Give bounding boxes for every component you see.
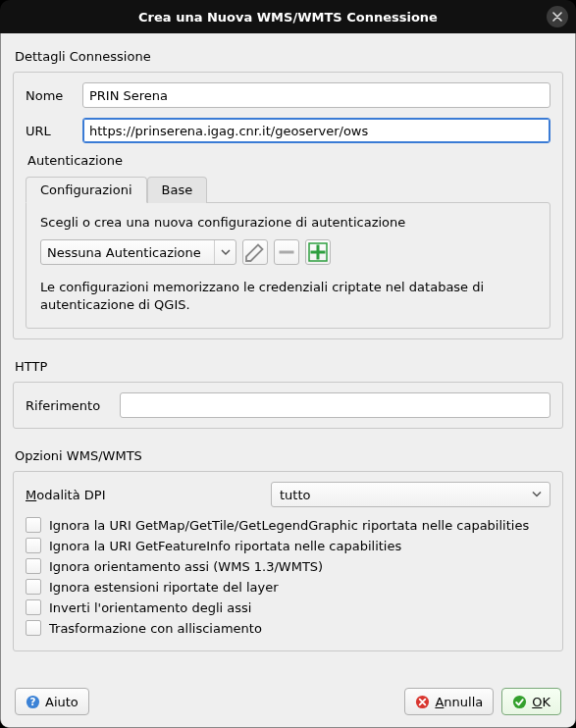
check-label: Inverti l'orientamento degli assi [49, 600, 251, 615]
svg-rect-2 [311, 251, 326, 254]
check-label: Ignora la URI GetMap/GetTile/GetLegendGr… [49, 518, 529, 533]
check-ignore-getmap[interactable] [26, 517, 41, 533]
dpi-select[interactable]: tutto [271, 482, 550, 507]
ok-label: OK [532, 695, 550, 709]
auth-remove-button[interactable] [274, 239, 299, 265]
check-ignore-getfeatureinfo[interactable] [26, 538, 41, 553]
details-title: Dettagli Connessione [15, 49, 561, 64]
wms-title: Opzioni WMS/WMTS [15, 448, 561, 463]
auth-tabbar: Configurazioni Base [26, 177, 550, 203]
name-input[interactable] [82, 82, 550, 108]
cancel-icon [415, 695, 430, 709]
chevron-down-icon [532, 488, 542, 502]
check-invert-axis[interactable] [26, 599, 41, 615]
ref-input[interactable] [120, 392, 550, 418]
wms-group: Modalità DPI tutto Ignora la URI GetMap/… [13, 471, 563, 651]
cancel-label: Annulla [435, 695, 483, 709]
ref-label: Riferimento [26, 398, 120, 413]
auth-title: Autenticazione [27, 153, 549, 168]
http-group: Riferimento [13, 382, 563, 429]
svg-point-7 [513, 695, 526, 707]
auth-add-button[interactable] [305, 239, 331, 265]
plus-icon [306, 240, 330, 264]
auth-combo[interactable]: Nessuna Autenticazione [40, 239, 236, 265]
auth-edit-button[interactable] [242, 239, 268, 265]
auth-note: Le configurazioni memorizzano le credenz… [40, 279, 536, 314]
tab-basic[interactable]: Base [147, 177, 208, 203]
check-ignore-extent[interactable] [26, 579, 41, 595]
tab-configurations[interactable]: Configurazioni [26, 177, 147, 203]
check-label: Ignora estensioni riportate del layer [49, 580, 279, 595]
window-title: Crea una Nuova WMS/WMTS Connessione [138, 10, 438, 25]
check-smooth-transform[interactable] [26, 620, 41, 636]
help-button[interactable]: ? Aiuto [15, 688, 89, 715]
url-label: URL [26, 124, 82, 138]
details-group: Nome URL Autenticazione Configurazioni B… [13, 72, 563, 339]
name-label: Nome [26, 88, 82, 103]
ok-button[interactable]: OK [501, 688, 561, 715]
dpi-value: tutto [280, 488, 310, 502]
svg-rect-0 [280, 251, 294, 254]
auth-hint: Scegli o crea una nuova configurazione d… [40, 215, 536, 230]
ok-icon [512, 695, 527, 709]
check-label: Trasformazione con allisciamento [49, 621, 262, 636]
close-button[interactable] [547, 6, 568, 27]
check-label: Ignora orientamento assi (WMS 1.3/WMTS) [49, 559, 323, 574]
help-label: Aiuto [45, 695, 79, 709]
check-ignore-axis[interactable] [26, 558, 41, 574]
titlebar: Crea una Nuova WMS/WMTS Connessione [0, 0, 576, 33]
pencil-icon [243, 240, 267, 264]
svg-text:?: ? [30, 696, 36, 707]
dpi-label: Modalità DPI [26, 488, 271, 502]
help-icon: ? [26, 695, 40, 709]
auth-tab-body: Scegli o crea una nuova configurazione d… [26, 202, 550, 329]
chevron-down-icon [214, 240, 236, 264]
auth-combo-value: Nessuna Autenticazione [47, 245, 201, 260]
http-title: HTTP [15, 359, 561, 374]
close-icon [552, 12, 562, 22]
check-label: Ignora la URI GetFeatureInfo riportata n… [49, 539, 401, 553]
cancel-button[interactable]: Annulla [404, 688, 494, 715]
url-input[interactable] [82, 118, 550, 143]
minus-icon [275, 240, 298, 264]
